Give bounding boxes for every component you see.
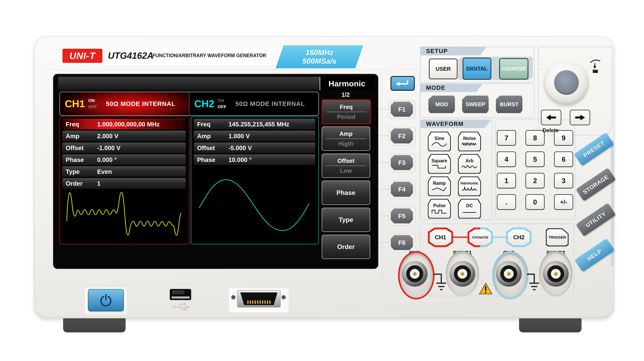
square-button[interactable]: Square: [428, 154, 451, 174]
sine-button[interactable]: Sine: [428, 132, 451, 151]
numpad-1[interactable]: 1: [497, 173, 516, 188]
param-value: 2.000 V: [97, 132, 118, 140]
arb-button[interactable]: Arb: [458, 154, 481, 174]
softkey-top-label: Amp: [340, 130, 352, 137]
panel-seam-vert1: [382, 72, 382, 284]
right-arrow-icon: [574, 114, 586, 121]
interface-connector: [237, 290, 280, 308]
badge-line2: 500MSa/s: [302, 57, 336, 66]
left-arrow-button[interactable]: [541, 110, 561, 125]
ch1-bnc-connector: [402, 261, 428, 287]
numpad-7[interactable]: 7: [497, 130, 516, 146]
power-button[interactable]: [88, 289, 124, 311]
ch2-param-freq[interactable]: Freq 145.255,215,455 MHz: [194, 119, 315, 129]
f1-button[interactable]: F1: [391, 102, 413, 117]
f3-button[interactable]: F3: [391, 155, 413, 170]
user-button[interactable]: USER: [429, 58, 458, 79]
param-value: -1.000 V: [97, 144, 120, 152]
param-value: 1: [97, 180, 100, 187]
device-subtitle: FUNCTION/ARBITRARY WAVEFORM GENERATOR: [153, 52, 266, 58]
setup-title: SETUP: [426, 48, 448, 54]
ch1-off-label: OFF: [88, 104, 97, 110]
f2-button[interactable]: F2: [391, 128, 413, 144]
ch2-button[interactable]: CH2: [508, 229, 530, 245]
arb-label: Arb: [466, 158, 474, 164]
numpad-4[interactable]: 4: [497, 152, 516, 167]
trigger-label: TRIGGER: [548, 235, 566, 240]
f3-link-line: [379, 162, 389, 163]
param-label: Phase: [197, 156, 228, 163]
ch1-param-phase[interactable]: Phase 0.000 °: [62, 154, 186, 165]
softkey-label: Type: [339, 216, 353, 224]
sync2-bnc-connector: [543, 261, 569, 287]
burst-button[interactable]: BURST: [496, 96, 522, 113]
ch2-param-offset[interactable]: Offset -5.000 V: [194, 142, 315, 153]
trigger-button[interactable]: TRIGGER: [547, 229, 568, 246]
ch1-param-offset[interactable]: Offset -1.000 V: [62, 142, 186, 153]
ch2-status[interactable]: CH2 ON OFF 50Ω MODE INTERNAL: [189, 92, 318, 115]
softkey-offset-low[interactable]: Offset Low: [322, 154, 370, 178]
waveform-banner: WAVEFORM: [420, 120, 491, 128]
ch2-param-amp[interactable]: Amp 1.000 V: [194, 131, 315, 141]
softkey-label: Order: [337, 243, 355, 250]
mode-banner: MODE: [420, 84, 483, 92]
counter-button[interactable]: COUNTER: [499, 58, 528, 80]
pulse-button[interactable]: Pulse: [428, 199, 451, 218]
ch1-button[interactable]: CH1: [430, 229, 451, 245]
f6-button[interactable]: F6: [391, 235, 413, 250]
page: UNI-T UTG4162A FUNCTION/ARBITRARY WAVEFO…: [0, 0, 644, 361]
ch1-param-type[interactable]: Type Even: [62, 166, 186, 177]
noise-button[interactable]: Noise: [458, 132, 481, 151]
ch1-status[interactable]: CH1 ON OFF 50Ω MODE INTERNAL: [60, 92, 189, 115]
left-arrow-icon: [545, 114, 557, 121]
numpad-2[interactable]: 2: [526, 173, 544, 188]
ch2-param-phase[interactable]: Phase 10.000 °: [194, 154, 315, 165]
harmonic-button[interactable]: Harmonic: [458, 176, 481, 196]
numpad-6[interactable]: 6: [554, 152, 573, 167]
connector-screw-right: [282, 295, 286, 300]
waveform-title: WAVEFORM: [426, 120, 464, 127]
softkey-order[interactable]: Order: [322, 235, 370, 259]
f5-button[interactable]: F5: [391, 208, 413, 224]
uni-t-logo: UNI-T: [62, 49, 102, 63]
mod-button[interactable]: MOD: [428, 96, 455, 113]
enter-button[interactable]: [390, 76, 415, 91]
square-label: Square: [432, 158, 447, 164]
softkey-type[interactable]: Type: [322, 208, 370, 232]
f4-button[interactable]: F4: [391, 182, 413, 197]
param-value: 1.000 V: [228, 132, 250, 140]
param-label: Order: [66, 180, 97, 187]
panel-seam-vert2: [420, 72, 420, 223]
param-label: Amp: [66, 132, 97, 140]
numpad-5[interactable]: 5: [526, 152, 544, 167]
digital-button[interactable]: DIGITAL: [463, 58, 491, 80]
ramp-icon: [431, 186, 448, 192]
noise-icon: [461, 141, 478, 147]
param-label: Offset: [197, 144, 228, 152]
ch1-param-freq[interactable]: Freq 1.000,000,000,00 MHz: [62, 119, 186, 129]
dc-label: DC: [466, 203, 473, 208]
rotary-knob-center[interactable]: [554, 70, 579, 95]
ch1-waveform-plot: [64, 186, 184, 240]
f1-link-line: [379, 109, 389, 110]
ground-icon-2: [527, 270, 542, 293]
usb-port-lip: [172, 296, 190, 298]
harmonic-icon: [461, 186, 478, 192]
dc-button[interactable]: DC: [458, 199, 481, 218]
sweep-button[interactable]: SWEEP: [462, 96, 489, 113]
softkey-amp-high[interactable]: Amp Higth: [322, 126, 370, 151]
numpad-3[interactable]: 3: [554, 173, 573, 188]
softkey-freq-period[interactable]: Freq Period: [322, 100, 371, 124]
f6-link-line: [379, 242, 389, 243]
ramp-button[interactable]: Ramp: [428, 176, 451, 196]
usb-icon: [172, 300, 190, 312]
right-arrow-button[interactable]: [570, 110, 590, 125]
arb-icon: [461, 164, 478, 170]
ch1-ch2-swap-button[interactable]: CH1⇆CH2: [469, 229, 491, 245]
numpad-plusminus[interactable]: +/-: [554, 194, 573, 210]
softkey-phase[interactable]: Phase: [322, 181, 370, 205]
enter-arrow-icon: [395, 79, 410, 88]
numpad-0[interactable]: 0: [526, 194, 544, 210]
ch1-param-amp[interactable]: Amp 2.000 V: [62, 131, 186, 141]
numpad-dot[interactable]: .: [497, 194, 516, 210]
